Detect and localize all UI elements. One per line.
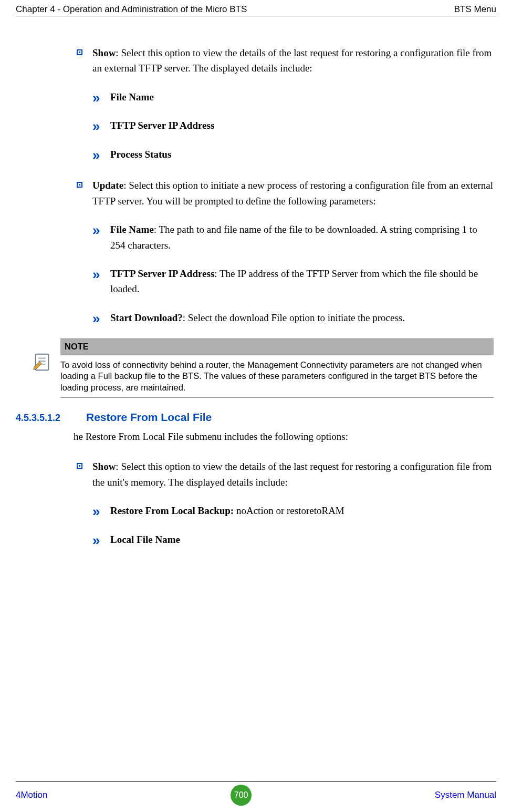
sub-label: Start Download? bbox=[110, 312, 183, 323]
sub-item-restore-local-backup: Restore From Local Backup: noAction or r… bbox=[92, 503, 494, 518]
note-label: NOTE bbox=[60, 338, 494, 355]
main-content: Show: Select this option to view the det… bbox=[74, 45, 496, 547]
sub-label: File Name bbox=[110, 91, 154, 102]
section-title: Restore From Local File bbox=[86, 411, 212, 424]
section-number: 4.5.3.5.1.2 bbox=[16, 413, 70, 424]
sub-label: Local File Name bbox=[110, 534, 180, 545]
list-item-show: Show: Select this option to view the det… bbox=[74, 45, 494, 76]
sub-item-tftp-ip: TFTP Server IP Address bbox=[92, 118, 494, 133]
sub-label: Process Status bbox=[110, 149, 171, 160]
sub-item-tftp-ip-desc: TFTP Server IP Address: The IP address o… bbox=[92, 266, 494, 297]
sub-text: : The path to and file name of the file … bbox=[110, 224, 477, 250]
item-label: Show bbox=[92, 461, 116, 472]
item-text: : Select this option to view the details… bbox=[92, 461, 492, 487]
sub-label: TFTP Server IP Address bbox=[110, 268, 214, 279]
page-footer: 4Motion 700 System Manual bbox=[16, 781, 496, 806]
item-label: Update bbox=[92, 180, 123, 191]
sub-item-local-filename: Local File Name bbox=[92, 532, 494, 547]
item-label: Show bbox=[92, 47, 116, 58]
sub-item-filename-desc: File Name: The path to and file name of … bbox=[92, 222, 494, 253]
header-left: Chapter 4 - Operation and Administration… bbox=[16, 4, 247, 15]
header-right: BTS Menu bbox=[454, 4, 496, 15]
sub-label: TFTP Server IP Address bbox=[110, 120, 214, 131]
list-item-update: Update: Select this option to initiate a… bbox=[74, 178, 494, 209]
sub-item-process-status: Process Status bbox=[92, 147, 494, 162]
section-intro: he Restore From Local File submenu inclu… bbox=[74, 429, 494, 444]
note-icon bbox=[33, 352, 53, 372]
item-text: : Select this option to view the details… bbox=[92, 47, 492, 74]
sub-text: : Select the download File option to ini… bbox=[183, 312, 405, 323]
sub-item-filename: File Name bbox=[92, 89, 494, 105]
note-callout: NOTE To avoid loss of connectivity behin… bbox=[33, 338, 494, 398]
footer-left: 4Motion bbox=[16, 790, 47, 800]
sub-label: Restore From Local Backup: bbox=[110, 505, 236, 516]
page-number-badge: 700 bbox=[231, 785, 252, 806]
page-header: Chapter 4 - Operation and Administration… bbox=[16, 0, 496, 16]
sub-item-start-download: Start Download?: Select the download Fil… bbox=[92, 310, 494, 325]
footer-right: System Manual bbox=[435, 790, 496, 800]
note-body: To avoid loss of connectivity behind a r… bbox=[60, 359, 494, 398]
note-content: NOTE To avoid loss of connectivity behin… bbox=[60, 338, 494, 398]
sub-text: noAction or restoretoRAM bbox=[236, 505, 344, 516]
item-text: : Select this option to initiate a new p… bbox=[92, 180, 493, 206]
list-item-show-local: Show: Select this option to view the det… bbox=[74, 459, 494, 490]
section-heading: 4.5.3.5.1.2 Restore From Local File bbox=[16, 411, 494, 424]
sub-label: File Name bbox=[110, 224, 154, 235]
